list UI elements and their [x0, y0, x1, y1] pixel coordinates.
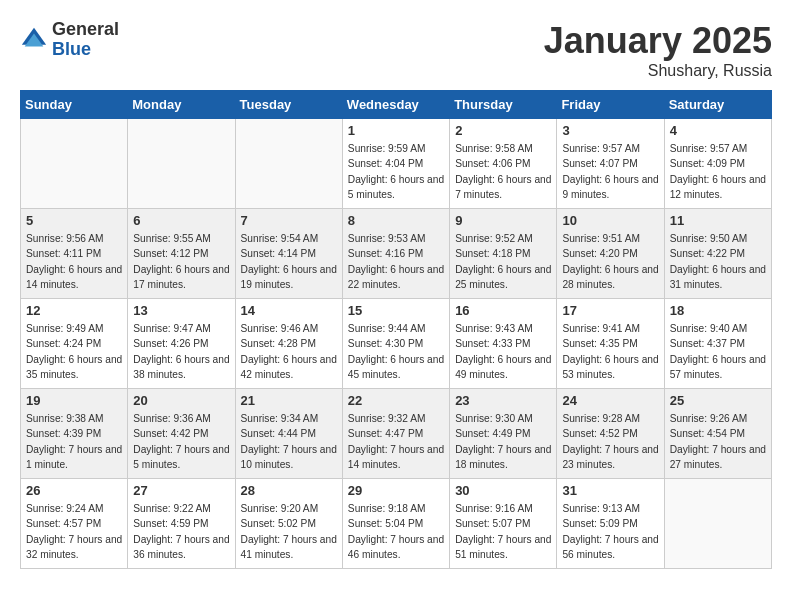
day-number: 7 [241, 213, 337, 228]
day-cell [235, 119, 342, 209]
day-number: 8 [348, 213, 444, 228]
day-cell: 15Sunrise: 9:44 AM Sunset: 4:30 PM Dayli… [342, 299, 449, 389]
day-number: 14 [241, 303, 337, 318]
day-cell: 29Sunrise: 9:18 AM Sunset: 5:04 PM Dayli… [342, 479, 449, 569]
day-cell: 20Sunrise: 9:36 AM Sunset: 4:42 PM Dayli… [128, 389, 235, 479]
day-header-thursday: Thursday [450, 91, 557, 119]
day-cell: 7Sunrise: 9:54 AM Sunset: 4:14 PM Daylig… [235, 209, 342, 299]
week-row-4: 19Sunrise: 9:38 AM Sunset: 4:39 PM Dayli… [21, 389, 772, 479]
logo-icon [20, 26, 48, 54]
day-info: Sunrise: 9:52 AM Sunset: 4:18 PM Dayligh… [455, 231, 551, 292]
day-number: 13 [133, 303, 229, 318]
day-cell: 2Sunrise: 9:58 AM Sunset: 4:06 PM Daylig… [450, 119, 557, 209]
week-row-1: 1Sunrise: 9:59 AM Sunset: 4:04 PM Daylig… [21, 119, 772, 209]
day-info: Sunrise: 9:55 AM Sunset: 4:12 PM Dayligh… [133, 231, 229, 292]
week-row-5: 26Sunrise: 9:24 AM Sunset: 4:57 PM Dayli… [21, 479, 772, 569]
day-cell: 26Sunrise: 9:24 AM Sunset: 4:57 PM Dayli… [21, 479, 128, 569]
day-info: Sunrise: 9:47 AM Sunset: 4:26 PM Dayligh… [133, 321, 229, 382]
day-cell: 30Sunrise: 9:16 AM Sunset: 5:07 PM Dayli… [450, 479, 557, 569]
header-row: SundayMondayTuesdayWednesdayThursdayFrid… [21, 91, 772, 119]
day-cell [664, 479, 771, 569]
day-number: 5 [26, 213, 122, 228]
day-info: Sunrise: 9:38 AM Sunset: 4:39 PM Dayligh… [26, 411, 122, 472]
day-number: 16 [455, 303, 551, 318]
day-number: 3 [562, 123, 658, 138]
day-info: Sunrise: 9:18 AM Sunset: 5:04 PM Dayligh… [348, 501, 444, 562]
month-title: January 2025 [544, 20, 772, 62]
day-header-tuesday: Tuesday [235, 91, 342, 119]
logo-general: General [52, 19, 119, 39]
week-row-3: 12Sunrise: 9:49 AM Sunset: 4:24 PM Dayli… [21, 299, 772, 389]
day-cell: 9Sunrise: 9:52 AM Sunset: 4:18 PM Daylig… [450, 209, 557, 299]
day-info: Sunrise: 9:51 AM Sunset: 4:20 PM Dayligh… [562, 231, 658, 292]
day-cell: 10Sunrise: 9:51 AM Sunset: 4:20 PM Dayli… [557, 209, 664, 299]
day-info: Sunrise: 9:30 AM Sunset: 4:49 PM Dayligh… [455, 411, 551, 472]
day-info: Sunrise: 9:54 AM Sunset: 4:14 PM Dayligh… [241, 231, 337, 292]
day-info: Sunrise: 9:56 AM Sunset: 4:11 PM Dayligh… [26, 231, 122, 292]
day-number: 6 [133, 213, 229, 228]
day-cell: 8Sunrise: 9:53 AM Sunset: 4:16 PM Daylig… [342, 209, 449, 299]
day-number: 11 [670, 213, 766, 228]
week-row-2: 5Sunrise: 9:56 AM Sunset: 4:11 PM Daylig… [21, 209, 772, 299]
day-info: Sunrise: 9:34 AM Sunset: 4:44 PM Dayligh… [241, 411, 337, 472]
day-cell: 25Sunrise: 9:26 AM Sunset: 4:54 PM Dayli… [664, 389, 771, 479]
day-number: 27 [133, 483, 229, 498]
day-number: 18 [670, 303, 766, 318]
day-info: Sunrise: 9:24 AM Sunset: 4:57 PM Dayligh… [26, 501, 122, 562]
day-number: 1 [348, 123, 444, 138]
page-header: General Blue January 2025 Shushary, Russ… [20, 20, 772, 80]
day-header-sunday: Sunday [21, 91, 128, 119]
day-cell: 5Sunrise: 9:56 AM Sunset: 4:11 PM Daylig… [21, 209, 128, 299]
day-info: Sunrise: 9:13 AM Sunset: 5:09 PM Dayligh… [562, 501, 658, 562]
day-number: 9 [455, 213, 551, 228]
day-cell: 11Sunrise: 9:50 AM Sunset: 4:22 PM Dayli… [664, 209, 771, 299]
day-info: Sunrise: 9:28 AM Sunset: 4:52 PM Dayligh… [562, 411, 658, 472]
day-info: Sunrise: 9:58 AM Sunset: 4:06 PM Dayligh… [455, 141, 551, 202]
day-cell: 22Sunrise: 9:32 AM Sunset: 4:47 PM Dayli… [342, 389, 449, 479]
day-cell: 12Sunrise: 9:49 AM Sunset: 4:24 PM Dayli… [21, 299, 128, 389]
day-number: 15 [348, 303, 444, 318]
day-info: Sunrise: 9:26 AM Sunset: 4:54 PM Dayligh… [670, 411, 766, 472]
day-info: Sunrise: 9:53 AM Sunset: 4:16 PM Dayligh… [348, 231, 444, 292]
day-cell: 18Sunrise: 9:40 AM Sunset: 4:37 PM Dayli… [664, 299, 771, 389]
day-number: 20 [133, 393, 229, 408]
day-number: 26 [26, 483, 122, 498]
day-number: 24 [562, 393, 658, 408]
day-number: 28 [241, 483, 337, 498]
day-info: Sunrise: 9:16 AM Sunset: 5:07 PM Dayligh… [455, 501, 551, 562]
day-cell: 16Sunrise: 9:43 AM Sunset: 4:33 PM Dayli… [450, 299, 557, 389]
day-number: 23 [455, 393, 551, 408]
day-cell [128, 119, 235, 209]
day-info: Sunrise: 9:50 AM Sunset: 4:22 PM Dayligh… [670, 231, 766, 292]
day-header-monday: Monday [128, 91, 235, 119]
day-info: Sunrise: 9:49 AM Sunset: 4:24 PM Dayligh… [26, 321, 122, 382]
day-cell: 28Sunrise: 9:20 AM Sunset: 5:02 PM Dayli… [235, 479, 342, 569]
title-block: January 2025 Shushary, Russia [544, 20, 772, 80]
day-info: Sunrise: 9:46 AM Sunset: 4:28 PM Dayligh… [241, 321, 337, 382]
day-info: Sunrise: 9:59 AM Sunset: 4:04 PM Dayligh… [348, 141, 444, 202]
day-number: 12 [26, 303, 122, 318]
calendar-table: SundayMondayTuesdayWednesdayThursdayFrid… [20, 90, 772, 569]
logo-text: General Blue [52, 20, 119, 60]
day-cell: 31Sunrise: 9:13 AM Sunset: 5:09 PM Dayli… [557, 479, 664, 569]
day-number: 25 [670, 393, 766, 408]
location: Shushary, Russia [544, 62, 772, 80]
day-number: 19 [26, 393, 122, 408]
day-number: 22 [348, 393, 444, 408]
day-cell: 14Sunrise: 9:46 AM Sunset: 4:28 PM Dayli… [235, 299, 342, 389]
day-number: 30 [455, 483, 551, 498]
day-cell: 21Sunrise: 9:34 AM Sunset: 4:44 PM Dayli… [235, 389, 342, 479]
day-cell: 1Sunrise: 9:59 AM Sunset: 4:04 PM Daylig… [342, 119, 449, 209]
day-cell: 4Sunrise: 9:57 AM Sunset: 4:09 PM Daylig… [664, 119, 771, 209]
day-info: Sunrise: 9:22 AM Sunset: 4:59 PM Dayligh… [133, 501, 229, 562]
day-header-wednesday: Wednesday [342, 91, 449, 119]
day-header-saturday: Saturday [664, 91, 771, 119]
day-number: 10 [562, 213, 658, 228]
day-cell: 17Sunrise: 9:41 AM Sunset: 4:35 PM Dayli… [557, 299, 664, 389]
day-cell: 6Sunrise: 9:55 AM Sunset: 4:12 PM Daylig… [128, 209, 235, 299]
day-info: Sunrise: 9:41 AM Sunset: 4:35 PM Dayligh… [562, 321, 658, 382]
day-info: Sunrise: 9:57 AM Sunset: 4:07 PM Dayligh… [562, 141, 658, 202]
day-info: Sunrise: 9:43 AM Sunset: 4:33 PM Dayligh… [455, 321, 551, 382]
day-cell: 24Sunrise: 9:28 AM Sunset: 4:52 PM Dayli… [557, 389, 664, 479]
day-number: 17 [562, 303, 658, 318]
